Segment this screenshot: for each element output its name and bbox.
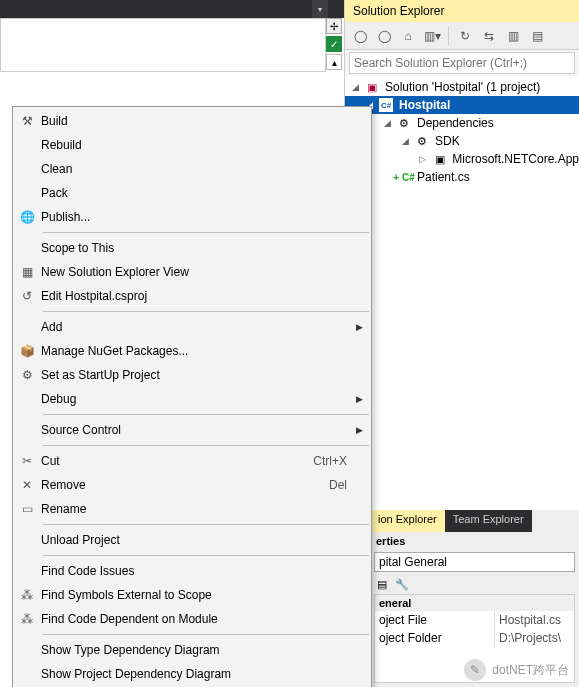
expand-icon[interactable] (399, 136, 411, 146)
menu-item-new-solution-explorer-view[interactable]: ▦New Solution Explorer View (13, 260, 371, 284)
tree-sdk-node[interactable]: ⚙ SDK (345, 132, 579, 150)
status-ok-icon[interactable]: ✓ (326, 36, 342, 52)
menu-item-label: Set as StartUp Project (41, 368, 371, 382)
properties-icon[interactable]: ▤ (526, 25, 548, 47)
menu-item-label: Find Symbols External to Scope (41, 588, 371, 602)
build-icon: ⚒ (13, 114, 41, 128)
project-context-menu: ⚒BuildRebuildCleanPack🌐Publish...Scope t… (12, 106, 372, 687)
menu-item-set-as-startup-project[interactable]: ⚙Set as StartUp Project (13, 363, 371, 387)
tree-solution-node[interactable]: ▣ Solution 'Hostpital' (1 project) (345, 78, 579, 96)
home-icon[interactable]: ⌂ (397, 25, 419, 47)
menu-item-label: Debug (41, 392, 371, 406)
toolbar-separator (448, 27, 449, 45)
menu-item-label: Rebuild (41, 138, 371, 152)
depend-icon: ⁂ (13, 612, 41, 626)
tree-sdk-item[interactable]: ▣ Microsoft.NETCore.App (345, 150, 579, 168)
solution-explorer-search[interactable] (349, 52, 575, 74)
menu-item-add[interactable]: Add▶ (13, 315, 371, 339)
editor-surface[interactable] (0, 18, 326, 72)
menu-item-rebuild[interactable]: Rebuild (13, 133, 371, 157)
menu-item-manage-nuget-packages[interactable]: 📦Manage NuGet Packages... (13, 339, 371, 363)
tab-team-explorer[interactable]: Team Explorer (445, 510, 532, 532)
menu-item-label: Scope to This (41, 241, 371, 255)
expand-icon[interactable] (381, 118, 393, 128)
properties-object-combo[interactable]: pital General (374, 552, 575, 572)
menu-item-cut[interactable]: ✂CutCtrl+X (13, 449, 371, 473)
menu-item-clean[interactable]: Clean (13, 157, 371, 181)
tab-dropdown-icon[interactable]: ▾ (312, 0, 328, 18)
menu-item-label: Publish... (41, 210, 371, 224)
tree-project-node[interactable]: C# Hostpital (345, 96, 579, 114)
menu-item-label: Cut (41, 454, 313, 468)
tree-label: Patient.cs (415, 170, 470, 184)
menu-item-remove[interactable]: ✕RemoveDel (13, 473, 371, 497)
categorize-icon[interactable]: ▤ (374, 576, 390, 592)
scroll-up-icon[interactable]: ▴ (326, 54, 342, 70)
menu-item-debug[interactable]: Debug▶ (13, 387, 371, 411)
tree-label: Dependencies (415, 116, 494, 130)
menu-item-label: Rename (41, 502, 371, 516)
menu-item-label: Remove (41, 478, 329, 492)
property-value: D:\Projects\ (495, 629, 574, 647)
symbols-icon: ⁂ (13, 588, 41, 602)
menu-separator (43, 634, 369, 635)
menu-item-label: New Solution Explorer View (41, 265, 371, 279)
collapse-icon[interactable]: ⇆ (478, 25, 500, 47)
menu-item-find-code-issues[interactable]: Find Code Issues (13, 559, 371, 583)
search-input[interactable] (354, 56, 570, 70)
split-icon[interactable]: ✢ (326, 18, 342, 34)
solution-icon: ▣ (364, 79, 380, 95)
submenu-arrow-icon: ▶ (356, 322, 363, 332)
menu-item-find-code-dependent-on-module[interactable]: ⁂Find Code Dependent on Module (13, 607, 371, 631)
wrench-icon[interactable]: 🔧 (394, 576, 410, 592)
tree-label: SDK (433, 134, 460, 148)
expand-icon[interactable] (417, 154, 429, 164)
csharp-project-icon: C# (378, 97, 394, 113)
menu-item-unload-project[interactable]: Unload Project (13, 528, 371, 552)
back-icon[interactable]: ◯ (349, 25, 371, 47)
solution-explorer-toolbar: ◯ ◯ ⌂ ▥▾ ↻ ⇆ ▥ ▤ (345, 22, 579, 50)
menu-item-pack[interactable]: Pack (13, 181, 371, 205)
sync-icon[interactable]: ▥▾ (421, 25, 443, 47)
expand-icon[interactable] (349, 82, 361, 92)
menu-item-publish[interactable]: 🌐Publish... (13, 205, 371, 229)
properties-title: erties (370, 532, 579, 550)
properties-toolbar: ▤ 🔧 (374, 576, 575, 592)
csharp-file-icon: + C# (396, 169, 412, 185)
menu-item-rename[interactable]: ▭Rename (13, 497, 371, 521)
tool-window-tabs: ion Explorer Team Explorer (370, 510, 579, 532)
tab-solution-explorer[interactable]: ion Explorer (370, 510, 445, 532)
menu-shortcut: Del (329, 478, 371, 492)
menu-item-find-symbols-external-to-scope[interactable]: ⁂Find Symbols External to Scope (13, 583, 371, 607)
menu-item-build[interactable]: ⚒Build (13, 109, 371, 133)
tree-dependencies-node[interactable]: ⚙ Dependencies (345, 114, 579, 132)
forward-icon[interactable]: ◯ (373, 25, 395, 47)
menu-item-label: Manage NuGet Packages... (41, 344, 371, 358)
menu-item-label: Find Code Dependent on Module (41, 612, 371, 626)
menu-item-scope-to-this[interactable]: Scope to This (13, 236, 371, 260)
editor-tab-bar (0, 0, 344, 18)
menu-item-label: Show Project Dependency Diagram (41, 667, 371, 681)
nuget-icon: 📦 (13, 344, 41, 358)
property-row[interactable]: oject Folder D:\Projects\ (375, 629, 574, 647)
tree-label: Hostpital (397, 98, 450, 112)
menu-item-show-project-dependency-diagram[interactable]: Show Project Dependency Diagram (13, 662, 371, 686)
remove-icon: ✕ (13, 478, 41, 492)
menu-item-source-control[interactable]: Source Control▶ (13, 418, 371, 442)
menu-item-show-type-dependency-diagram[interactable]: Show Type Dependency Diagram (13, 638, 371, 662)
menu-item-edit-hostpital-csproj[interactable]: ↺Edit Hostpital.csproj (13, 284, 371, 308)
editor-scroll-gutter: ✢ ✓ ▴ (326, 18, 344, 72)
menu-item-label: Pack (41, 186, 371, 200)
tree-file-node[interactable]: + C# Patient.cs (345, 168, 579, 186)
property-value: Hostpital.cs (495, 611, 574, 629)
menu-separator (43, 555, 369, 556)
combo-text: pital General (379, 555, 447, 569)
menu-item-label: Unload Project (41, 533, 371, 547)
refresh-icon[interactable]: ↻ (454, 25, 476, 47)
menu-separator (43, 524, 369, 525)
property-category[interactable]: eneral (375, 595, 574, 611)
menu-separator (43, 311, 369, 312)
newview-icon: ▦ (13, 265, 41, 279)
show-all-icon[interactable]: ▥ (502, 25, 524, 47)
property-row[interactable]: oject File Hostpital.cs (375, 611, 574, 629)
